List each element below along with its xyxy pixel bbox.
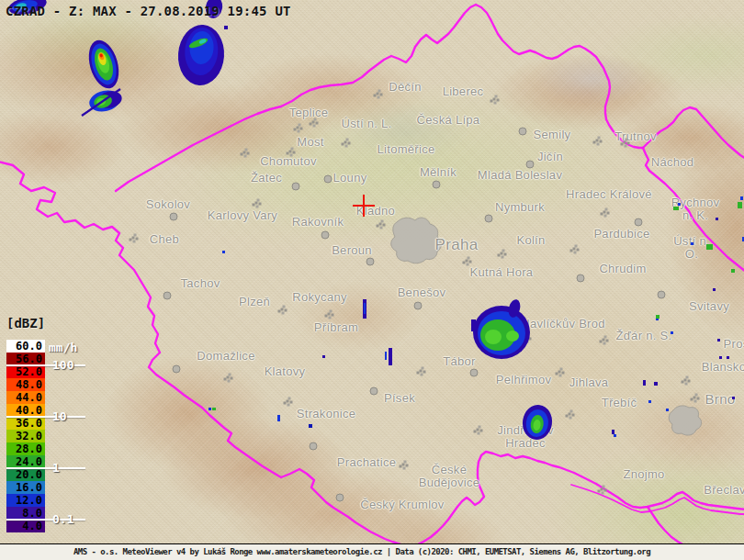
city-label: Kladno <box>356 205 395 218</box>
city-label: Pardubice <box>593 228 649 241</box>
city-label: Klatovy <box>265 365 306 378</box>
legend-rate-mark: 100 <box>6 364 85 366</box>
city-label: Hradec Králové <box>566 188 652 201</box>
legend-row: 24.0 <box>6 455 45 468</box>
city-label: Třebíč <box>602 397 637 409</box>
city-marker <box>287 400 289 403</box>
city-label: Brno <box>705 392 736 407</box>
city-label: Mělník <box>420 166 457 179</box>
legend-rate-value: 0.1 <box>52 512 73 526</box>
city-marker <box>414 302 423 310</box>
city-label: Chomutov <box>260 155 317 168</box>
city-marker <box>377 93 379 95</box>
city-marker <box>493 98 496 101</box>
city-label: Nymburk <box>495 201 545 214</box>
city-label: Most <box>297 136 323 149</box>
city-marker <box>684 379 687 382</box>
city-marker <box>603 339 605 342</box>
city-label: Pelhřimov <box>496 374 552 386</box>
city-label: Písek <box>384 392 415 405</box>
legend-row: 28.0 <box>6 442 45 455</box>
radar-viewer-window: DěčínLiberecTepliceÚstí n. L.Česká LípaS… <box>0 0 744 560</box>
city-marker <box>289 151 292 153</box>
city-label: Česká Lípa <box>417 114 480 127</box>
city-marker <box>577 274 585 283</box>
legend-row: 60.0 <box>6 340 45 353</box>
city-label: Rychnov n. K. <box>671 196 720 221</box>
legend-rate-line <box>6 416 85 418</box>
city-marker <box>310 442 318 451</box>
status-bar: AMS - o.s. MeteoViewer v4 by Lukáš Ronge… <box>0 543 744 560</box>
city-marker <box>292 183 300 191</box>
city-marker <box>243 151 246 154</box>
city-label: Praha <box>435 237 479 253</box>
city-marker <box>344 141 347 144</box>
city-marker <box>297 127 299 129</box>
city-marker <box>312 121 315 124</box>
city-label: Tábor <box>443 355 475 368</box>
city-marker <box>603 211 606 214</box>
city-label: Příbram <box>314 321 358 334</box>
city-label: Prostějov <box>724 338 744 351</box>
city-label: Cheb <box>150 233 179 246</box>
city-marker <box>526 161 535 169</box>
legend-row: 44.0 <box>6 391 45 404</box>
city-marker <box>693 397 696 399</box>
city-label: Svitavy <box>689 300 729 313</box>
city-marker <box>379 223 382 226</box>
legend-row: 56.0 <box>6 353 45 365</box>
city-marker <box>433 181 441 189</box>
city-label: Sokolov <box>146 198 190 211</box>
city-label: Karlovy Vary <box>208 209 277 222</box>
city-label: Blansko <box>702 361 744 374</box>
legend-rate-value: 100 <box>52 358 73 372</box>
legend-unit-label: [dBZ] <box>6 316 91 330</box>
dbz-legend: [dBZ] 60.056.052.048.044.040.036.032.028… <box>6 316 91 532</box>
city-marker <box>170 213 178 221</box>
city-marker <box>466 260 468 263</box>
city-marker <box>525 337 528 340</box>
legend-row: 48.0 <box>6 378 45 391</box>
city-label: Rokycany <box>292 291 346 304</box>
city-label: Trutnov <box>614 130 657 143</box>
city-label: Tachov <box>181 277 220 290</box>
legend-rate-value: 1 <box>52 461 60 475</box>
legend-color-scale: 60.056.052.048.044.040.036.032.028.024.0… <box>6 340 45 532</box>
city-marker <box>366 258 375 266</box>
city-marker <box>596 140 599 142</box>
legend-row: 12.0 <box>6 494 45 507</box>
city-label: Ústí n. O. <box>666 235 718 260</box>
city-marker <box>255 202 258 205</box>
city-marker <box>635 218 643 227</box>
city-label: Žatec <box>251 172 282 185</box>
city-marker <box>336 494 344 502</box>
city-label: Benešov <box>398 286 446 299</box>
city-label: Ústí n. L. <box>341 118 391 130</box>
city-label: České Budějovice <box>419 464 480 488</box>
city-label: Jihlava <box>569 376 609 389</box>
city-label: Jindřichův Hradec <box>497 424 554 449</box>
city-marker <box>281 308 284 311</box>
city-marker <box>477 429 479 431</box>
city-label: Žďár n. S. <box>616 330 672 342</box>
legend-rate-unit-label: mm/h <box>49 341 77 354</box>
city-marker <box>420 370 423 373</box>
radar-product-title: CZRAD - Z: MAX - 27.08.2019 19:45 UT <box>6 4 291 18</box>
legend-row: 16.0 <box>6 481 45 494</box>
city-marker <box>569 413 571 416</box>
city-marker <box>173 365 181 374</box>
city-label: Semily <box>534 129 571 141</box>
city-label: Prachatice <box>337 456 396 469</box>
city-label: Beroun <box>332 244 372 257</box>
city-label: Litoměřice <box>378 143 435 156</box>
city-label: Rakovník <box>292 216 344 229</box>
city-label: Liberec <box>443 85 484 98</box>
city-label: Kutná Hora <box>470 266 534 279</box>
city-label: Louny <box>333 172 367 185</box>
legend-row: 52.0 <box>6 365 45 378</box>
legend-rate-mark: 10 <box>6 416 85 418</box>
city-label: Plzeň <box>239 296 270 308</box>
legend-row: 36.0 <box>6 417 45 430</box>
city-labels-layer: DěčínLiberecTepliceÚstí n. L.Česká LípaS… <box>0 0 744 560</box>
city-marker <box>558 371 561 374</box>
